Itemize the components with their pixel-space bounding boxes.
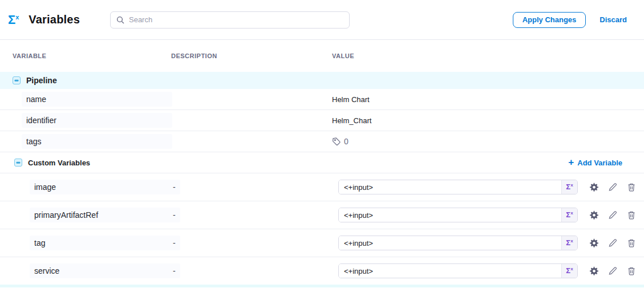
table-row: tags 0 xyxy=(0,131,644,152)
edit-icon[interactable] xyxy=(607,210,618,220)
value-cell: Σx xyxy=(332,180,644,194)
description-cell: - xyxy=(171,266,332,275)
variables-panel: Σx Variables Apply Changes Discard VARIA… xyxy=(0,0,644,288)
value-input-box: Σx xyxy=(338,263,578,278)
row-actions xyxy=(589,210,637,220)
tag-count: 0 xyxy=(344,137,349,146)
column-description: DESCRIPTION xyxy=(171,52,332,59)
value-cell: Σx xyxy=(332,208,644,222)
runtime-input-icon[interactable]: Σx xyxy=(561,180,577,194)
section-label: Custom Variables xyxy=(28,159,90,167)
variable-name-field: service xyxy=(30,263,180,278)
value-input-box: Σx xyxy=(338,236,578,250)
value-cell: Helm Chart xyxy=(332,95,644,104)
variable-name-field: name xyxy=(22,92,172,107)
table-row: primaryArtifactRef - Σx xyxy=(0,201,644,229)
search-box[interactable] xyxy=(110,11,350,29)
value-input[interactable] xyxy=(339,180,561,194)
column-value: VALUE xyxy=(332,52,644,59)
search-input[interactable] xyxy=(129,15,343,24)
settings-icon[interactable] xyxy=(589,182,599,192)
search-icon xyxy=(116,16,124,24)
plus-icon: + xyxy=(568,157,574,167)
tags-value-cell: 0 xyxy=(332,137,644,146)
settings-icon[interactable] xyxy=(589,238,599,248)
delete-icon[interactable] xyxy=(626,182,637,192)
edit-icon[interactable] xyxy=(607,182,618,192)
next-section-edge xyxy=(0,285,644,287)
table-row: tag - Σx xyxy=(0,229,644,257)
collapse-icon[interactable] xyxy=(14,159,22,167)
description-cell: - xyxy=(171,238,332,248)
tag-icon xyxy=(332,137,341,146)
delete-icon[interactable] xyxy=(626,266,637,276)
value-input[interactable] xyxy=(339,264,561,278)
value-input[interactable] xyxy=(339,236,561,250)
column-variable: VARIABLE xyxy=(13,52,171,59)
value-cell: Helm_Chart xyxy=(332,116,644,125)
table-row: service - Σx xyxy=(0,257,644,285)
description-cell: - xyxy=(171,182,332,192)
discard-button[interactable]: Discard xyxy=(600,15,627,24)
delete-icon[interactable] xyxy=(626,210,637,220)
table-row: name Helm Chart xyxy=(0,89,644,110)
table-header: VARIABLE DESCRIPTION VALUE xyxy=(0,40,644,72)
edit-icon[interactable] xyxy=(607,266,618,276)
apply-changes-button[interactable]: Apply Changes xyxy=(513,12,586,28)
variable-name-field: tags xyxy=(22,134,172,149)
topbar-actions: Apply Changes Discard xyxy=(513,12,627,28)
variable-name-field: image xyxy=(30,180,180,194)
topbar: Σx Variables Apply Changes Discard xyxy=(0,0,644,40)
variable-name-field: identifier xyxy=(22,113,172,128)
table-row: identifier Helm_Chart xyxy=(0,110,644,131)
row-actions xyxy=(589,238,637,248)
runtime-input-icon[interactable]: Σx xyxy=(561,208,577,222)
row-actions xyxy=(589,266,637,276)
runtime-input-icon[interactable]: Σx xyxy=(561,264,577,278)
settings-icon[interactable] xyxy=(589,266,599,276)
description-cell: - xyxy=(171,210,332,220)
section-header-custom-variables: Custom Variables + Add Variable xyxy=(0,152,644,173)
value-cell: Σx xyxy=(332,236,644,250)
row-actions xyxy=(589,182,637,192)
settings-icon[interactable] xyxy=(589,210,599,220)
add-variable-button[interactable]: + Add Variable xyxy=(568,158,622,167)
value-input-box: Σx xyxy=(338,208,578,222)
variable-name-field: primaryArtifactRef xyxy=(30,208,180,222)
delete-icon[interactable] xyxy=(626,238,637,248)
runtime-input-icon[interactable]: Σx xyxy=(561,236,577,250)
variable-name-field: tag xyxy=(30,236,180,250)
table-row: image - Σx xyxy=(0,173,644,201)
section-header-pipeline[interactable]: Pipeline xyxy=(0,72,644,89)
page-title: Variables xyxy=(29,13,80,26)
add-variable-label: Add Variable xyxy=(577,159,622,167)
value-cell: Σx xyxy=(332,263,644,278)
edit-icon[interactable] xyxy=(607,238,618,248)
value-input[interactable] xyxy=(339,208,561,222)
value-input-box: Σx xyxy=(338,180,578,194)
sigma-x-icon: Σx xyxy=(8,14,19,26)
section-label: Pipeline xyxy=(26,76,57,85)
collapse-icon[interactable] xyxy=(13,76,21,84)
